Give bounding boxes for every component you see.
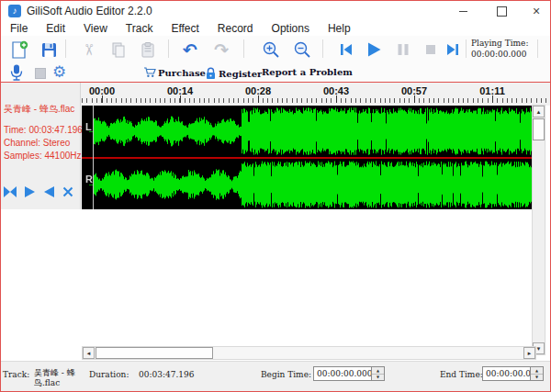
toolbar-separator — [243, 39, 244, 58]
menu-item-file[interactable]: File — [1, 22, 37, 35]
skip-end-button[interactable] — [442, 39, 464, 61]
skip-start-icon — [338, 41, 354, 58]
new-file-button[interactable] — [8, 39, 30, 61]
purchase-link[interactable]: Purchase — [143, 67, 206, 78]
register-link[interactable]: Register — [205, 67, 262, 80]
paste-icon — [140, 41, 156, 58]
vertical-scrollbar[interactable]: ▲ ▼ — [532, 105, 545, 355]
back-icon — [43, 185, 55, 198]
settings-button[interactable]: ⚙ — [52, 62, 66, 81]
redo-button[interactable]: ↷ — [210, 39, 232, 61]
menu-item-record[interactable]: Record — [208, 22, 263, 35]
track-channel: Channel: Stereo — [4, 138, 70, 148]
timeline-ruler[interactable]: 00:0000:1400:2800:4300:5701:11 — [1, 83, 550, 106]
zoom-in-button[interactable] — [260, 39, 282, 61]
right-channel-label: R — [85, 174, 93, 185]
status-bar: Track: 吴青峰 - 蜂鸟.flac Duration: 00:03:47.… — [1, 361, 550, 392]
gear-icon: ⚙ — [52, 62, 66, 81]
minor-ticks — [82, 98, 550, 103]
toolbar-separator — [466, 39, 467, 58]
redo-icon: ↷ — [214, 40, 229, 59]
track-back-button[interactable] — [40, 184, 57, 200]
ruler-major-tick — [492, 95, 493, 103]
menu-item-options[interactable]: Options — [263, 22, 319, 35]
minimize-button[interactable] — [449, 1, 477, 21]
track-rewind-button[interactable] — [2, 184, 18, 200]
microphone-icon — [7, 63, 26, 82]
track-close-button[interactable] — [60, 184, 76, 200]
cut-icon: ✂ — [80, 43, 98, 56]
pause-icon — [396, 42, 410, 57]
vertical-scroll-thumb[interactable] — [533, 118, 545, 140]
save-button[interactable] — [38, 39, 60, 61]
ruler-major-tick — [336, 95, 337, 103]
duration-label: Duration: — [89, 370, 129, 379]
skip-start-button[interactable] — [335, 39, 357, 61]
cut-button[interactable]: ✂ — [78, 39, 100, 61]
menu-item-view[interactable]: View — [74, 22, 117, 35]
menu-item-track[interactable]: Track — [117, 22, 163, 35]
track-status-label: Track: — [3, 370, 29, 379]
time-value: 00:03:47.196 — [28, 125, 82, 135]
cart-icon — [143, 67, 156, 78]
toolbar-separator — [168, 39, 169, 58]
track-samples: Samples: 44100Hz — [4, 151, 82, 161]
spin-down-icon: ▼ — [377, 375, 379, 379]
play-small-icon — [24, 185, 36, 198]
end-time-input[interactable]: 00:00:00.000 ▲ ▼ — [482, 366, 544, 381]
begin-time-input[interactable]: 00:00:00.000 ▲ ▼ — [313, 366, 385, 381]
app-icon: ♪ — [8, 5, 21, 17]
end-spin-down-button[interactable]: ▼ — [531, 374, 543, 380]
zoom-out-button[interactable] — [291, 39, 313, 61]
scroll-up-button[interactable]: ▲ — [533, 106, 545, 118]
report-label: Report a Problem — [262, 67, 353, 77]
pause-button[interactable] — [392, 39, 414, 61]
waveform-display[interactable]: L R — [82, 106, 532, 209]
lock-icon — [205, 67, 217, 80]
close-track-icon — [62, 186, 73, 197]
toolbar-separator — [65, 39, 66, 58]
stop-button[interactable] — [420, 39, 442, 61]
track-time: Time: 00:03:47.196 — [4, 125, 83, 135]
begin-spin-down-button[interactable]: ▼ — [372, 374, 384, 380]
duration-value: 00:03:47.196 — [139, 370, 194, 379]
scroll-right-icon: ► — [527, 351, 533, 356]
scroll-up-icon: ▲ — [536, 109, 542, 115]
toolbar-separator — [537, 39, 538, 58]
record-mic-button[interactable] — [7, 63, 26, 82]
track-play-button[interactable] — [21, 184, 38, 200]
report-problem-link[interactable]: Report a Problem — [262, 67, 353, 77]
samples-value: 44100Hz — [44, 151, 81, 161]
close-icon: × — [533, 5, 540, 17]
new-file-icon — [10, 40, 28, 59]
end-time-spinner: ▲ ▼ — [530, 367, 543, 380]
undo-button[interactable]: ↶ — [179, 39, 201, 61]
copy-button[interactable] — [107, 39, 129, 61]
scroll-down-icon: ▼ — [536, 346, 542, 352]
playing-time-label: Playing Time: — [471, 38, 532, 49]
horizontal-scrollbar[interactable]: ◄ ► — [82, 346, 536, 360]
maximize-button[interactable] — [488, 1, 515, 21]
spin-down-icon: ▼ — [535, 375, 538, 379]
toolbar-separator — [322, 39, 323, 58]
waveform-canvas[interactable] — [82, 106, 532, 209]
playing-time: Playing Time: 00:00:00.000 — [471, 38, 532, 60]
play-icon — [365, 40, 383, 59]
spin-up-icon: ▲ — [535, 368, 538, 373]
menu-item-effect[interactable]: Effect — [162, 22, 208, 35]
end-time-label: End Time: — [440, 370, 483, 379]
record-stop-button[interactable] — [35, 68, 46, 79]
menu-item-help[interactable]: Help — [319, 22, 360, 35]
ruler-major-tick — [102, 95, 103, 103]
close-button[interactable]: × — [523, 1, 550, 21]
scroll-left-button[interactable]: ◄ — [83, 347, 95, 359]
paste-button[interactable] — [137, 39, 159, 61]
zoom-out-icon — [293, 40, 311, 59]
minimize-icon — [459, 11, 467, 12]
scroll-right-button[interactable]: ► — [523, 347, 535, 359]
play-button[interactable] — [363, 39, 385, 61]
menu-item-edit[interactable]: Edit — [37, 22, 74, 35]
spin-up-icon: ▲ — [377, 368, 379, 373]
horizontal-scroll-thumb[interactable] — [96, 347, 213, 359]
samples-label: Samples: — [4, 151, 42, 161]
